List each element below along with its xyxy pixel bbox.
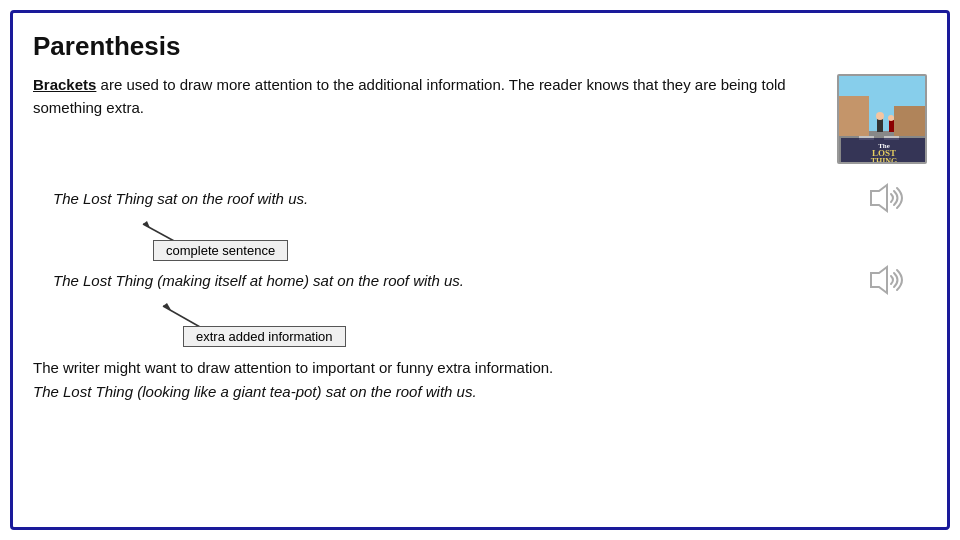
intro-body: are used to draw more attention to the a… [33,76,786,116]
bottom-section: The writer might want to draw attention … [33,356,927,404]
svg-marker-16 [143,221,150,228]
intro-text: Brackets are used to draw more attention… [33,74,817,119]
svg-rect-5 [894,106,927,136]
sound-icon-1[interactable] [865,180,909,216]
example1-sentence-col: The Lost Thing sat on the roof with us. [33,190,847,207]
callout2-label: extra added information [183,326,346,347]
svg-point-9 [888,115,894,121]
book-cover: The LOST THING [837,74,927,164]
example2-sentence-col: The Lost Thing (making itself at home) s… [33,272,847,289]
svg-point-7 [876,112,884,120]
svg-rect-6 [877,118,883,132]
page-title: Parenthesis [33,31,927,62]
bottom-line1: The writer might want to draw attention … [33,356,927,380]
example2-row: The Lost Thing (making itself at home) s… [33,262,927,298]
example1-sentence: The Lost Thing sat on the roof with us. [33,190,847,207]
bottom-line2: The Lost Thing (looking like a giant tea… [33,380,927,404]
example2-section: The Lost Thing (making itself at home) s… [33,262,927,344]
sound-icon-2[interactable] [865,262,909,298]
svg-text:THING: THING [871,157,898,164]
intro-section: Brackets are used to draw more attention… [33,74,927,164]
example1-row: The Lost Thing sat on the roof with us. [33,180,927,216]
callout1-area: complete sentence [53,216,927,258]
main-container: Parenthesis Brackets are used to draw mo… [10,10,950,530]
sound-col-2 [847,262,927,298]
callout1-label: complete sentence [153,240,288,261]
svg-rect-8 [889,120,894,132]
sound-col-1 [847,180,927,216]
svg-marker-17 [871,267,887,293]
svg-rect-4 [839,96,869,136]
example2-sentence: The Lost Thing (making itself at home) s… [33,272,847,289]
callout2-area: extra added information [53,298,927,344]
book-cover-image: The LOST THING [839,76,927,164]
svg-marker-14 [871,185,887,211]
brackets-label: Brackets [33,76,96,93]
example1-section: The Lost Thing sat on the roof with us. [33,180,927,258]
